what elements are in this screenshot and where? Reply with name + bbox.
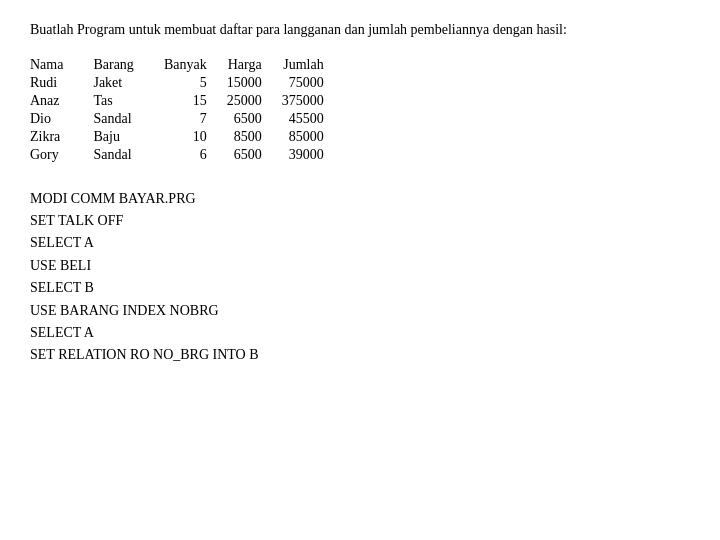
table-header-row: Nama Barang Banyak Harga Jumlah bbox=[30, 56, 344, 74]
table-cell: Anaz bbox=[30, 92, 93, 110]
code-line-5: USE BARANG INDEX NOBRG bbox=[30, 300, 690, 322]
table-cell: Baju bbox=[93, 128, 163, 146]
table-cell: 375000 bbox=[282, 92, 344, 110]
code-line-3: USE BELI bbox=[30, 255, 690, 277]
table-cell: 6500 bbox=[227, 110, 282, 128]
code-line-6: SELECT A bbox=[30, 322, 690, 344]
table-row: GorySandal6650039000 bbox=[30, 146, 344, 164]
table-cell: Sandal bbox=[93, 110, 163, 128]
intro-paragraph: Buatlah Program untuk membuat daftar par… bbox=[30, 20, 690, 40]
table-row: AnazTas1525000375000 bbox=[30, 92, 344, 110]
table-cell: 5 bbox=[164, 74, 227, 92]
table-cell: 25000 bbox=[227, 92, 282, 110]
table-cell: Tas bbox=[93, 92, 163, 110]
table-cell: 85000 bbox=[282, 128, 344, 146]
table-cell: Sandal bbox=[93, 146, 163, 164]
table-cell: Zikra bbox=[30, 128, 93, 146]
table-row: ZikraBaju10850085000 bbox=[30, 128, 344, 146]
col-header-barang: Barang bbox=[93, 56, 163, 74]
col-header-banyak: Banyak bbox=[164, 56, 227, 74]
table-cell: Gory bbox=[30, 146, 93, 164]
code-line-4: SELECT B bbox=[30, 277, 690, 299]
table-cell: 15000 bbox=[227, 74, 282, 92]
col-header-jumlah: Jumlah bbox=[282, 56, 344, 74]
table-cell: 6500 bbox=[227, 146, 282, 164]
code-line-1: SET TALK OFF bbox=[30, 210, 690, 232]
col-header-harga: Harga bbox=[227, 56, 282, 74]
table-cell: 15 bbox=[164, 92, 227, 110]
table-row: RudiJaket51500075000 bbox=[30, 74, 344, 92]
data-table: Nama Barang Banyak Harga Jumlah RudiJake… bbox=[30, 56, 344, 164]
table-cell: Jaket bbox=[93, 74, 163, 92]
table-cell: Rudi bbox=[30, 74, 93, 92]
table-cell: 8500 bbox=[227, 128, 282, 146]
table-cell: 7 bbox=[164, 110, 227, 128]
table-row: DioSandal7650045500 bbox=[30, 110, 344, 128]
table-cell: Dio bbox=[30, 110, 93, 128]
table-cell: 75000 bbox=[282, 74, 344, 92]
table-cell: 10 bbox=[164, 128, 227, 146]
code-line-2: SELECT A bbox=[30, 232, 690, 254]
table-cell: 6 bbox=[164, 146, 227, 164]
code-line-0: MODI COMM BAYAR.PRG bbox=[30, 188, 690, 210]
table-cell: 45500 bbox=[282, 110, 344, 128]
code-block: MODI COMM BAYAR.PRGSET TALK OFFSELECT AU… bbox=[30, 188, 690, 367]
code-line-7: SET RELATION RO NO_BRG INTO B bbox=[30, 344, 690, 366]
table-cell: 39000 bbox=[282, 146, 344, 164]
col-header-nama: Nama bbox=[30, 56, 93, 74]
